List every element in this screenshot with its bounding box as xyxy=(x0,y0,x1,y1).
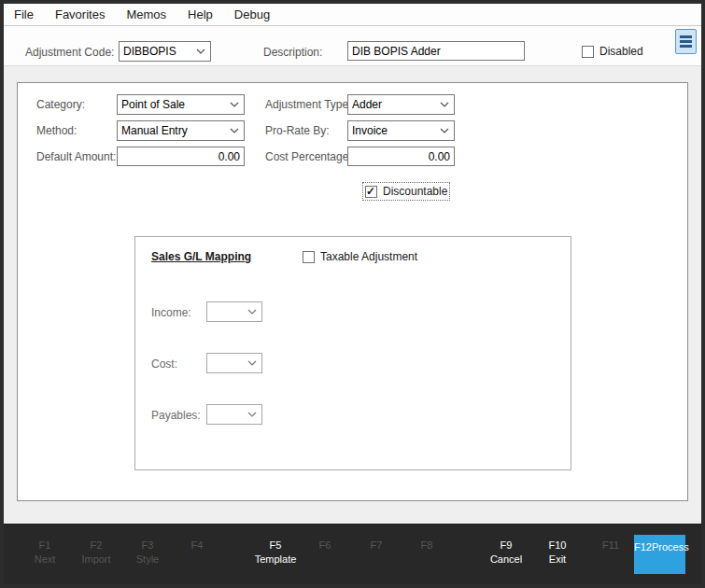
sales-gl-mapping-box: Sales G/L Mapping Taxable Adjustment Inc… xyxy=(134,236,571,470)
menu-file[interactable]: File xyxy=(7,6,40,23)
adjustment-form-panel: Category: Point of Sale Adjustment Type:… xyxy=(17,82,688,501)
description-input[interactable] xyxy=(347,41,525,61)
menu-favorites[interactable]: Favorites xyxy=(49,6,111,23)
chevron-down-icon xyxy=(440,128,449,133)
category-label: Category: xyxy=(36,98,85,111)
fkey-f12-process-button[interactable]: F12Process xyxy=(634,535,685,574)
disabled-checkbox-label: Disabled xyxy=(599,45,643,58)
default-amount-label: Default Amount: xyxy=(36,150,116,163)
income-label: Income: xyxy=(151,306,191,319)
income-select[interactable] xyxy=(206,301,262,322)
hamburger-icon xyxy=(680,35,692,38)
fkey-f8: F8 xyxy=(397,539,457,553)
discountable-checkbox-group[interactable]: Discountable xyxy=(365,185,447,198)
cost-select[interactable] xyxy=(206,353,262,373)
window-menu-button[interactable] xyxy=(675,29,697,54)
description-label: Description: xyxy=(263,46,322,59)
fkey-f4: F4 xyxy=(167,539,227,553)
payables-label: Payables: xyxy=(151,409,201,422)
chevron-down-icon xyxy=(230,128,239,133)
method-value: Manual Entry xyxy=(121,124,188,137)
chevron-down-icon xyxy=(247,360,257,366)
header-strip: Adjustment Code: DIBBOPIS Description: D… xyxy=(4,26,701,66)
discountable-checkbox-label: Discountable xyxy=(383,185,447,198)
adjustment-code-label: Adjustment Code: xyxy=(25,46,114,59)
menu-help[interactable]: Help xyxy=(181,6,219,23)
taxable-adjustment-checkbox-group[interactable]: Taxable Adjustment xyxy=(303,250,417,263)
method-select[interactable]: Manual Entry xyxy=(117,120,245,141)
method-label: Method: xyxy=(36,124,77,137)
chevron-down-icon xyxy=(230,102,239,107)
fkey-f10-exit[interactable]: F10Exit xyxy=(528,539,587,567)
cost-percentage-label: Cost Percentage: xyxy=(265,150,352,163)
pro-rate-by-label: Pro-Rate By: xyxy=(265,124,330,137)
adjustment-code-select[interactable]: DIBBOPIS xyxy=(119,41,211,62)
menu-memos[interactable]: Memos xyxy=(120,6,173,23)
taxable-adjustment-checkbox[interactable] xyxy=(303,251,315,263)
app-window: File Favorites Memos Help Debug Adjustme… xyxy=(0,0,705,588)
cost-percentage-input[interactable] xyxy=(347,147,455,166)
client-area: Category: Point of Sale Adjustment Type:… xyxy=(4,66,701,524)
fkey-f11: F11 xyxy=(581,539,641,553)
disabled-checkbox-group[interactable]: Disabled xyxy=(582,45,643,58)
chevron-down-icon xyxy=(196,49,205,54)
adjustment-type-select[interactable]: Adder xyxy=(347,94,455,115)
pro-rate-by-select[interactable]: Invoice xyxy=(347,120,455,141)
chevron-down-icon xyxy=(247,412,257,417)
chevron-down-icon xyxy=(247,309,257,315)
sales-gl-mapping-title: Sales G/L Mapping xyxy=(151,250,251,263)
menu-debug[interactable]: Debug xyxy=(228,6,276,23)
pro-rate-by-value: Invoice xyxy=(352,124,388,137)
category-value: Point of Sale xyxy=(121,98,185,111)
disabled-checkbox[interactable] xyxy=(582,46,594,58)
menu-bar: File Favorites Memos Help Debug xyxy=(4,4,701,26)
default-amount-input[interactable] xyxy=(117,147,245,166)
chevron-down-icon xyxy=(440,102,449,107)
discountable-checkbox[interactable] xyxy=(365,186,377,198)
adjustment-code-value: DIBBOPIS xyxy=(123,45,176,58)
cost-label: Cost: xyxy=(151,357,177,371)
function-key-bar: F1Next F2Import F3Style F4 F5Template F6… xyxy=(4,524,701,584)
category-select[interactable]: Point of Sale xyxy=(117,94,245,115)
adjustment-type-value: Adder xyxy=(352,98,382,111)
taxable-adjustment-checkbox-label: Taxable Adjustment xyxy=(320,250,417,263)
adjustment-type-label: Adjustment Type: xyxy=(265,98,352,111)
payables-select[interactable] xyxy=(206,404,262,425)
